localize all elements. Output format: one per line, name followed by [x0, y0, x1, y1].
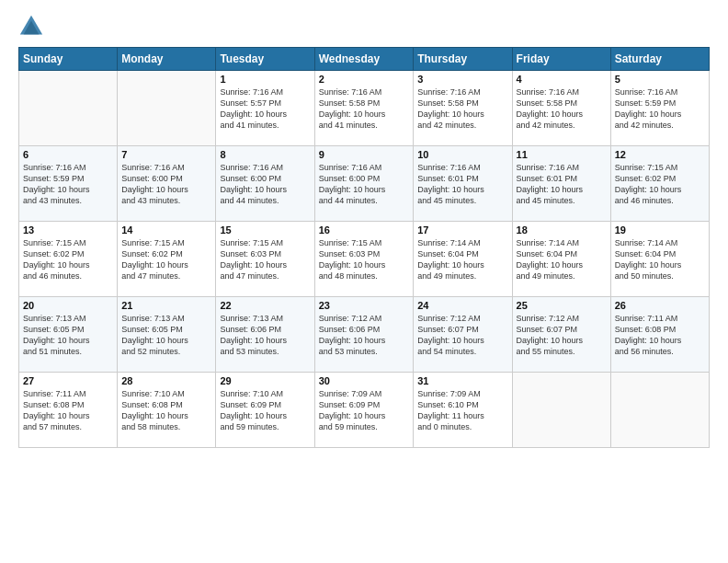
logo-icon: [18, 14, 44, 40]
calendar-cell: 21Sunrise: 7:13 AM Sunset: 6:05 PM Dayli…: [118, 297, 216, 373]
calendar-cell: [19, 71, 118, 146]
calendar-cell: 4Sunrise: 7:16 AM Sunset: 5:58 PM Daylig…: [512, 71, 610, 146]
calendar-cell: 6Sunrise: 7:16 AM Sunset: 5:59 PM Daylig…: [19, 146, 118, 222]
day-number: 1: [220, 74, 310, 85]
weekday-header-tuesday: Tuesday: [216, 48, 314, 71]
day-number: 9: [319, 149, 410, 160]
day-info: Sunrise: 7:16 AM Sunset: 5:58 PM Dayligh…: [417, 86, 507, 132]
day-info: Sunrise: 7:13 AM Sunset: 6:06 PM Dayligh…: [220, 313, 310, 358]
day-number: 2: [319, 74, 410, 85]
day-info: Sunrise: 7:15 AM Sunset: 6:02 PM Dayligh…: [615, 162, 705, 207]
calendar-cell: 24Sunrise: 7:12 AM Sunset: 6:07 PM Dayli…: [414, 297, 512, 373]
day-info: Sunrise: 7:16 AM Sunset: 6:00 PM Dayligh…: [319, 162, 410, 207]
header: [18, 14, 710, 40]
day-number: 15: [220, 224, 310, 236]
week-row-4: 20Sunrise: 7:13 AM Sunset: 6:05 PM Dayli…: [19, 297, 710, 373]
calendar-cell: 8Sunrise: 7:16 AM Sunset: 6:00 PM Daylig…: [216, 146, 314, 222]
day-info: Sunrise: 7:16 AM Sunset: 6:01 PM Dayligh…: [517, 162, 607, 207]
day-number: 8: [220, 149, 310, 160]
calendar-cell: 25Sunrise: 7:12 AM Sunset: 6:07 PM Dayli…: [512, 297, 610, 373]
day-info: Sunrise: 7:14 AM Sunset: 6:04 PM Dayligh…: [517, 237, 607, 282]
calendar-cell: 15Sunrise: 7:15 AM Sunset: 6:03 PM Dayli…: [216, 222, 314, 297]
calendar-cell: 28Sunrise: 7:10 AM Sunset: 6:08 PM Dayli…: [118, 373, 216, 448]
day-info: Sunrise: 7:10 AM Sunset: 6:08 PM Dayligh…: [121, 388, 211, 433]
week-row-2: 6Sunrise: 7:16 AM Sunset: 5:59 PM Daylig…: [19, 146, 710, 222]
calendar-cell: 17Sunrise: 7:14 AM Sunset: 6:04 PM Dayli…: [414, 222, 512, 297]
day-number: 4: [517, 74, 607, 85]
day-number: 21: [121, 300, 211, 311]
weekday-header-sunday: Sunday: [19, 48, 118, 71]
weekday-header-saturday: Saturday: [610, 48, 709, 71]
day-info: Sunrise: 7:16 AM Sunset: 6:00 PM Dayligh…: [121, 162, 211, 207]
day-number: 16: [319, 224, 410, 236]
week-row-3: 13Sunrise: 7:15 AM Sunset: 6:02 PM Dayli…: [19, 222, 710, 297]
day-info: Sunrise: 7:13 AM Sunset: 6:05 PM Dayligh…: [23, 313, 113, 358]
day-info: Sunrise: 7:14 AM Sunset: 6:04 PM Dayligh…: [417, 237, 507, 282]
day-info: Sunrise: 7:15 AM Sunset: 6:03 PM Dayligh…: [319, 237, 410, 282]
day-info: Sunrise: 7:16 AM Sunset: 5:58 PM Dayligh…: [319, 86, 410, 132]
day-info: Sunrise: 7:12 AM Sunset: 6:07 PM Dayligh…: [417, 313, 507, 358]
calendar-cell: 10Sunrise: 7:16 AM Sunset: 6:01 PM Dayli…: [414, 146, 512, 222]
calendar-cell: 1Sunrise: 7:16 AM Sunset: 5:57 PM Daylig…: [216, 71, 314, 146]
calendar-cell: 27Sunrise: 7:11 AM Sunset: 6:08 PM Dayli…: [19, 373, 118, 448]
day-number: 24: [417, 300, 507, 311]
calendar-cell: [118, 71, 216, 146]
week-row-5: 27Sunrise: 7:11 AM Sunset: 6:08 PM Dayli…: [19, 373, 710, 448]
day-number: 26: [615, 300, 705, 311]
day-number: 13: [23, 224, 113, 236]
calendar-cell: 18Sunrise: 7:14 AM Sunset: 6:04 PM Dayli…: [512, 222, 610, 297]
day-number: 6: [23, 149, 113, 160]
calendar-cell: [610, 373, 709, 448]
day-number: 30: [319, 375, 410, 386]
weekday-header-row: SundayMondayTuesdayWednesdayThursdayFrid…: [19, 48, 710, 71]
day-number: 5: [615, 74, 705, 85]
calendar-cell: 29Sunrise: 7:10 AM Sunset: 6:09 PM Dayli…: [216, 373, 314, 448]
day-number: 17: [417, 224, 507, 236]
day-info: Sunrise: 7:12 AM Sunset: 6:07 PM Dayligh…: [517, 313, 607, 358]
calendar-cell: 26Sunrise: 7:11 AM Sunset: 6:08 PM Dayli…: [610, 297, 709, 373]
day-info: Sunrise: 7:16 AM Sunset: 5:57 PM Dayligh…: [220, 86, 310, 132]
day-info: Sunrise: 7:10 AM Sunset: 6:09 PM Dayligh…: [220, 388, 310, 433]
calendar-cell: 30Sunrise: 7:09 AM Sunset: 6:09 PM Dayli…: [314, 373, 414, 448]
calendar-cell: 22Sunrise: 7:13 AM Sunset: 6:06 PM Dayli…: [216, 297, 314, 373]
day-number: 25: [517, 300, 607, 311]
calendar-cell: 23Sunrise: 7:12 AM Sunset: 6:06 PM Dayli…: [314, 297, 414, 373]
page: SundayMondayTuesdayWednesdayThursdayFrid…: [0, 0, 728, 563]
calendar-cell: 13Sunrise: 7:15 AM Sunset: 6:02 PM Dayli…: [19, 222, 118, 297]
day-info: Sunrise: 7:12 AM Sunset: 6:06 PM Dayligh…: [319, 313, 410, 358]
day-info: Sunrise: 7:16 AM Sunset: 5:58 PM Dayligh…: [517, 86, 607, 132]
weekday-header-friday: Friday: [512, 48, 610, 71]
calendar-cell: 2Sunrise: 7:16 AM Sunset: 5:58 PM Daylig…: [314, 71, 414, 146]
day-info: Sunrise: 7:16 AM Sunset: 6:00 PM Dayligh…: [220, 162, 310, 207]
calendar-cell: 3Sunrise: 7:16 AM Sunset: 5:58 PM Daylig…: [414, 71, 512, 146]
day-info: Sunrise: 7:11 AM Sunset: 6:08 PM Dayligh…: [615, 313, 705, 358]
calendar-cell: 14Sunrise: 7:15 AM Sunset: 6:02 PM Dayli…: [118, 222, 216, 297]
calendar-cell: 20Sunrise: 7:13 AM Sunset: 6:05 PM Dayli…: [19, 297, 118, 373]
week-row-1: 1Sunrise: 7:16 AM Sunset: 5:57 PM Daylig…: [19, 71, 710, 146]
calendar-cell: 19Sunrise: 7:14 AM Sunset: 6:04 PM Dayli…: [610, 222, 709, 297]
calendar-cell: 7Sunrise: 7:16 AM Sunset: 6:00 PM Daylig…: [118, 146, 216, 222]
day-number: 27: [23, 375, 113, 386]
day-number: 31: [417, 375, 507, 386]
calendar-cell: 31Sunrise: 7:09 AM Sunset: 6:10 PM Dayli…: [414, 373, 512, 448]
day-number: 20: [23, 300, 113, 311]
calendar: SundayMondayTuesdayWednesdayThursdayFrid…: [18, 47, 710, 448]
day-info: Sunrise: 7:15 AM Sunset: 6:02 PM Dayligh…: [121, 237, 211, 282]
day-info: Sunrise: 7:09 AM Sunset: 6:09 PM Dayligh…: [319, 388, 410, 433]
day-number: 7: [121, 149, 211, 160]
calendar-cell: 12Sunrise: 7:15 AM Sunset: 6:02 PM Dayli…: [610, 146, 709, 222]
day-info: Sunrise: 7:16 AM Sunset: 6:01 PM Dayligh…: [417, 162, 507, 207]
day-number: 12: [615, 149, 705, 160]
day-number: 22: [220, 300, 310, 311]
day-number: 28: [121, 375, 211, 386]
day-info: Sunrise: 7:15 AM Sunset: 6:02 PM Dayligh…: [23, 237, 113, 282]
day-number: 19: [615, 224, 705, 236]
weekday-header-monday: Monday: [118, 48, 216, 71]
calendar-cell: [512, 373, 610, 448]
day-number: 18: [517, 224, 607, 236]
logo: [18, 14, 48, 40]
day-info: Sunrise: 7:14 AM Sunset: 6:04 PM Dayligh…: [615, 237, 705, 282]
day-info: Sunrise: 7:13 AM Sunset: 6:05 PM Dayligh…: [121, 313, 211, 358]
calendar-cell: 5Sunrise: 7:16 AM Sunset: 5:59 PM Daylig…: [610, 71, 709, 146]
day-info: Sunrise: 7:09 AM Sunset: 6:10 PM Dayligh…: [417, 388, 507, 433]
